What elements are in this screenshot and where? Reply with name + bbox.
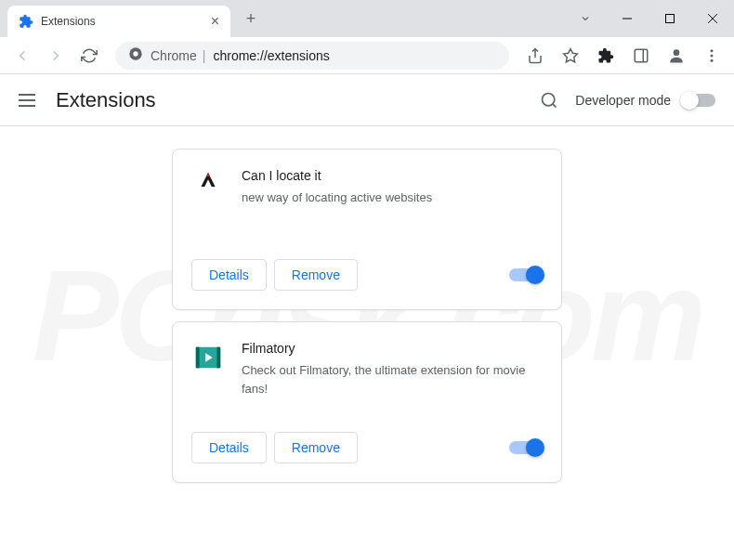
new-tab-button[interactable]: + (238, 6, 264, 32)
svg-rect-1 (666, 15, 675, 23)
svg-point-13 (543, 93, 555, 105)
chevron-down-icon[interactable] (567, 0, 604, 37)
extension-name: Can I locate it (242, 168, 543, 183)
address-path: chrome://extensions (213, 48, 329, 63)
developer-mode-label: Developer mode (575, 93, 671, 108)
svg-point-10 (711, 49, 714, 52)
remove-button[interactable]: Remove (274, 432, 358, 463)
tab-title: Extensions (41, 15, 203, 28)
extension-description: new way of locating active websites (242, 189, 543, 207)
close-button[interactable] (691, 0, 734, 37)
svg-point-9 (674, 49, 680, 56)
svg-rect-7 (635, 49, 648, 62)
developer-mode-toggle[interactable] (682, 94, 715, 107)
extensions-list: Can I locate it new way of locating acti… (0, 126, 734, 505)
profile-icon[interactable] (662, 41, 691, 71)
svg-marker-6 (564, 48, 578, 61)
svg-point-11 (711, 54, 714, 57)
svg-rect-17 (216, 347, 220, 369)
search-button[interactable] (538, 89, 560, 111)
extensions-header: Extensions Developer mode (0, 74, 734, 126)
puzzle-icon (19, 14, 33, 29)
extension-toggle[interactable] (509, 441, 543, 454)
toolbar: Chrome | chrome://extensions (0, 37, 734, 74)
address-bar[interactable]: Chrome | chrome://extensions (115, 42, 509, 70)
extension-name: Filmatory (242, 341, 543, 356)
star-icon[interactable] (556, 41, 585, 71)
extensions-icon[interactable] (591, 41, 621, 71)
svg-point-12 (711, 59, 714, 61)
details-button[interactable]: Details (191, 259, 267, 291)
extension-icon (191, 168, 225, 202)
menu-icon[interactable] (697, 41, 727, 71)
hamburger-menu-button[interactable] (19, 89, 41, 111)
maximize-button[interactable] (649, 0, 691, 37)
extension-card: Can I locate it new way of locating acti… (172, 149, 562, 310)
remove-button[interactable]: Remove (274, 259, 358, 291)
svg-point-5 (133, 51, 138, 56)
svg-line-14 (553, 103, 557, 107)
side-panel-icon[interactable] (626, 41, 656, 71)
minimize-button[interactable] (606, 0, 649, 37)
reload-button[interactable] (74, 41, 104, 71)
close-tab-icon[interactable]: × (211, 14, 219, 29)
extension-icon (191, 341, 225, 374)
chrome-logo-icon (128, 46, 143, 65)
svg-rect-16 (196, 347, 200, 369)
extension-description: Check out Filmatory, the ultimate extens… (242, 361, 543, 397)
forward-button[interactable] (41, 41, 71, 71)
back-button[interactable] (7, 41, 37, 71)
extension-toggle[interactable] (509, 268, 543, 281)
address-origin: Chrome | (151, 48, 205, 63)
share-icon[interactable] (520, 41, 550, 71)
extension-card: Filmatory Check out Filmatory, the ultim… (172, 321, 562, 483)
tab-extensions[interactable]: Extensions × (7, 6, 230, 37)
details-button[interactable]: Details (191, 432, 267, 463)
page-title: Extensions (56, 88, 523, 112)
